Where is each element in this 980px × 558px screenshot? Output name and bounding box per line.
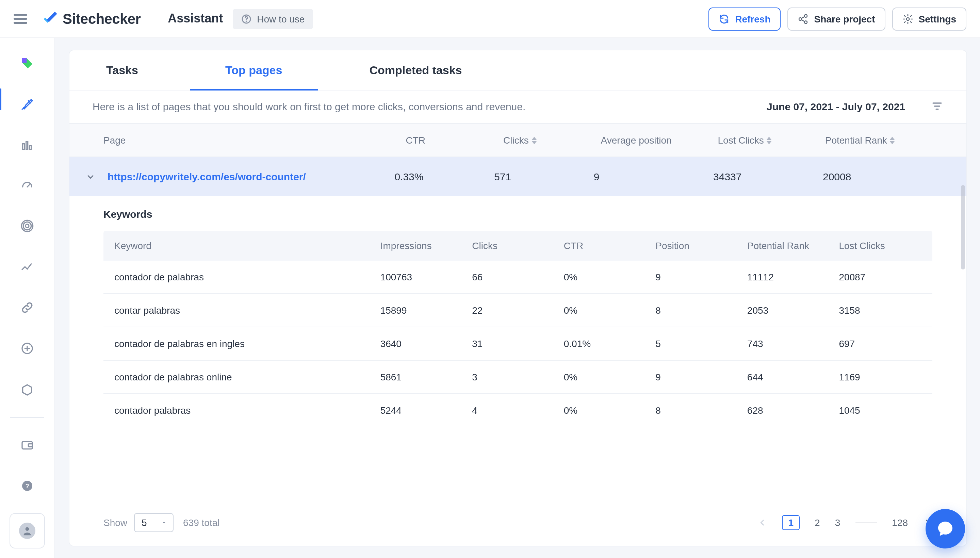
tab-top-pages[interactable]: Top pages (209, 50, 299, 90)
cell-potential_rank: 743 (747, 338, 839, 349)
share-label: Share project (814, 13, 875, 24)
col-page[interactable]: Page (103, 135, 405, 146)
keyword-row: contador palabras524440%86281045 (103, 394, 932, 427)
page-2[interactable]: 2 (815, 517, 820, 528)
col-clicks-label: Clicks (503, 135, 529, 146)
chat-fab[interactable] (926, 509, 965, 548)
filter-icon[interactable] (931, 100, 943, 112)
description-row: Here is a list of pages that you should … (69, 90, 966, 123)
cell-impressions: 5861 (381, 371, 472, 382)
topbar: Sitechecker Assistant How to use Refresh… (0, 0, 980, 38)
description-text: Here is a list of pages that you should … (92, 100, 525, 112)
sidebar-item-extension[interactable] (13, 376, 41, 404)
panel-tabs: Tasks Top pages Completed tasks (69, 50, 966, 90)
page-size-value: 5 (141, 517, 147, 528)
kwcol-ctr[interactable]: CTR (564, 240, 656, 251)
page-1[interactable]: 1 (782, 515, 800, 530)
refresh-button[interactable]: Refresh (708, 7, 781, 30)
cell-keyword: contador de palabras en ingles (114, 338, 381, 349)
kwcol-potential-rank[interactable]: Potential Rank (747, 240, 839, 251)
cell-clicks: 22 (472, 305, 564, 316)
refresh-icon (719, 13, 730, 24)
kwcol-clicks[interactable]: Clicks (472, 240, 564, 251)
user-icon (19, 523, 35, 539)
cell-potential-rank: 20008 (823, 171, 932, 182)
kwcol-lost-clicks[interactable]: Lost Clicks (839, 240, 921, 251)
sidebar-item-speed[interactable] (13, 172, 41, 199)
svg-rect-14 (28, 444, 32, 447)
scrollbar[interactable] (961, 185, 965, 269)
share-icon (798, 13, 809, 24)
keyword-row: contador de palabras100763660%9111122008… (103, 261, 932, 294)
total-count: 639 total (183, 517, 220, 528)
col-lost-clicks[interactable]: Lost Clicks (718, 135, 825, 146)
cell-keyword: contador de palabras (114, 271, 381, 282)
user-avatar[interactable] (9, 513, 44, 548)
kwcol-keyword[interactable]: Keyword (114, 240, 381, 251)
page-last[interactable]: 128 (892, 517, 908, 528)
active-indicator (0, 89, 2, 110)
sidebar-item-help[interactable]: ? (13, 472, 41, 499)
pages-table-header: Page CTR Clicks Average position Lost Cl… (69, 123, 966, 157)
cell-position: 8 (655, 405, 747, 416)
topbar-actions: Refresh Share project Settings (708, 7, 966, 30)
svg-point-9 (25, 225, 29, 228)
cell-ctr: 0% (564, 405, 656, 416)
cell-potential_rank: 628 (747, 405, 839, 416)
page-size-select[interactable]: 5 (134, 513, 174, 532)
cell-keyword: contar palabras (114, 305, 381, 316)
svg-point-1 (246, 21, 247, 21)
sidebar-item-wallet[interactable] (13, 432, 41, 459)
tab-tasks[interactable]: Tasks (90, 50, 154, 90)
chevron-down-icon (161, 519, 167, 526)
sidebar-item-add[interactable] (13, 335, 41, 361)
settings-button[interactable]: Settings (892, 7, 966, 30)
sidebar-item-monitor[interactable] (13, 213, 41, 239)
page-title: Assistant (168, 11, 223, 26)
refresh-label: Refresh (735, 13, 770, 24)
col-potential-rank[interactable]: Potential Rank (825, 135, 932, 146)
col-ctr[interactable]: CTR (405, 135, 503, 146)
cell-potential_rank: 2053 (747, 305, 839, 316)
sidebar-item-assistant[interactable] (13, 91, 41, 117)
brand-name: Sitechecker (62, 11, 141, 27)
cell-ctr: 0% (564, 271, 656, 282)
kwcol-impressions[interactable]: Impressions (381, 240, 472, 251)
cell-position: 9 (655, 271, 747, 282)
date-range[interactable]: June 07, 2021 - July 07, 2021 (767, 100, 905, 112)
col-potential-rank-label: Potential Rank (825, 135, 887, 146)
col-clicks[interactable]: Clicks (503, 135, 601, 146)
gear-icon (903, 13, 913, 24)
sidebar-item-audit[interactable] (13, 132, 41, 158)
page-row-expanded: https://copywritely.com/es/word-counter/… (69, 157, 966, 196)
table-footer: Show 5 639 total 1 2 3 128 (69, 504, 966, 546)
sidebar-item-project[interactable] (13, 50, 41, 76)
cell-ctr: 0.33% (394, 171, 494, 182)
cell-avg-position: 9 (594, 171, 713, 182)
page-3[interactable]: 3 (835, 517, 840, 528)
hamburger-menu[interactable] (14, 14, 27, 23)
how-to-use-button[interactable]: How to use (232, 8, 313, 29)
cell-lost_clicks: 697 (839, 338, 921, 349)
col-avg-position[interactable]: Average position (601, 135, 718, 146)
pagination-prev[interactable] (758, 518, 767, 527)
sidebar-item-backlinks[interactable] (13, 295, 41, 321)
cell-impressions: 3640 (381, 338, 472, 349)
tab-completed-tasks[interactable]: Completed tasks (353, 50, 478, 90)
svg-rect-13 (22, 441, 32, 449)
cell-impressions: 100763 (381, 271, 472, 282)
chevron-down-icon[interactable] (86, 172, 95, 181)
share-project-button[interactable]: Share project (788, 7, 885, 30)
kwcol-position[interactable]: Position (655, 240, 747, 251)
sidebar-item-rankings[interactable] (13, 254, 41, 280)
cell-impressions: 15899 (381, 305, 472, 316)
cell-position: 9 (655, 371, 747, 382)
keywords-section: Keywords Keyword Impressions Clicks CTR … (69, 196, 966, 427)
how-to-use-label: How to use (257, 13, 305, 24)
cell-ctr: 0.01% (564, 338, 656, 349)
keywords-title: Keywords (103, 208, 932, 220)
svg-point-17 (25, 527, 29, 531)
page-url-link[interactable]: https://copywritely.com/es/word-counter/ (108, 171, 306, 182)
brand-logo[interactable]: Sitechecker (41, 10, 141, 28)
cell-lost_clicks: 20087 (839, 271, 921, 282)
